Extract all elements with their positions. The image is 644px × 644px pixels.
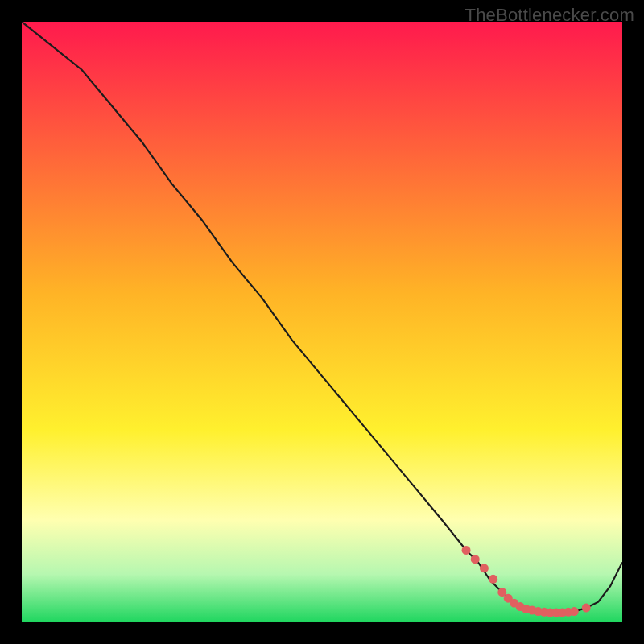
gradient-background bbox=[22, 22, 622, 622]
plot-area bbox=[22, 22, 622, 622]
chart-svg bbox=[22, 22, 622, 622]
marker-point bbox=[570, 607, 579, 616]
watermark-text: TheBottlenecker.com bbox=[465, 5, 634, 26]
marker-point bbox=[582, 604, 591, 613]
marker-point bbox=[462, 546, 471, 555]
marker-point bbox=[489, 575, 497, 584]
chart-frame: TheBottlenecker.com bbox=[0, 0, 644, 644]
marker-point bbox=[480, 564, 489, 572]
marker-point bbox=[471, 555, 480, 564]
